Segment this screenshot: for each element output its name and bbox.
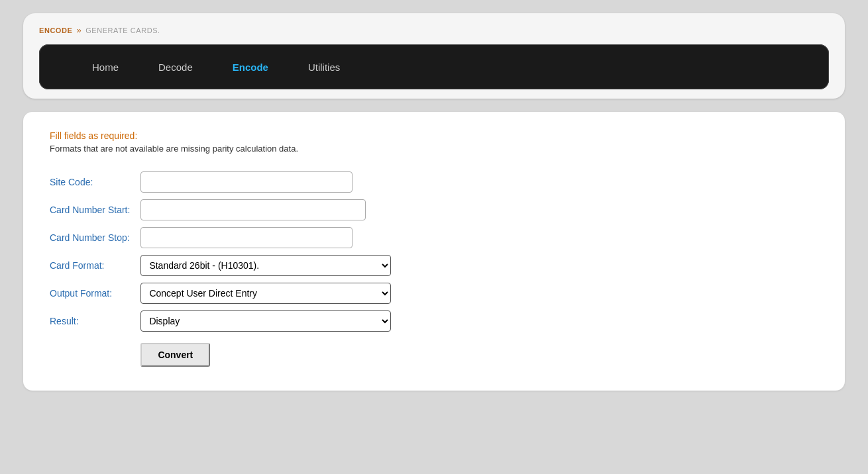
site-code-input[interactable] [140,171,353,193]
form-instructions: Fill fields as required: Formats that ar… [50,130,818,154]
form-card: Fill fields as required: Formats that ar… [23,112,845,391]
output-format-label: Output Format: [50,279,140,307]
site-code-label: Site Code: [50,168,140,196]
instruction-line1: Fill fields as required: [50,130,818,141]
output-format-cell: Concept User Direct Entry CSV Raw [140,279,391,307]
nav-item-decode[interactable]: Decode [158,56,193,78]
card-number-start-cell [140,196,391,224]
table-row-card-format: Card Format: Standard 26bit - (H10301). … [50,252,391,279]
breadcrumb-generate: GENERATE CARDS. [85,26,160,34]
card-number-stop-label: Card Number Stop: [50,224,140,252]
table-row-card-stop: Card Number Stop: [50,224,391,252]
result-cell: Display Download [140,307,391,335]
convert-spacer [50,335,140,367]
card-number-start-label: Card Number Start: [50,196,140,224]
card-format-select[interactable]: Standard 26bit - (H10301). 37bit - (H103… [140,255,391,276]
table-row-convert: Convert [50,335,391,367]
site-code-cell [140,168,391,196]
card-number-stop-cell [140,224,391,252]
card-format-label: Card Format: [50,252,140,279]
nav-bar: Home Decode Encode Utilities [39,44,829,89]
nav-item-utilities[interactable]: Utilities [308,56,340,78]
convert-button[interactable]: Convert [140,343,210,367]
convert-cell: Convert [140,335,391,367]
nav-item-encode[interactable]: Encode [233,56,268,78]
page-wrapper: ENCODE » GENERATE CARDS. Home Decode Enc… [23,13,845,391]
instruction-line2: Formats that are not available are missi… [50,144,818,154]
breadcrumb: ENCODE » GENERATE CARDS. [39,25,829,35]
breadcrumb-encode: ENCODE [39,26,72,34]
table-row-card-start: Card Number Start: [50,196,391,224]
card-number-stop-input[interactable] [140,227,353,248]
table-row-result: Result: Display Download [50,307,391,335]
card-format-cell: Standard 26bit - (H10301). 37bit - (H103… [140,252,391,279]
breadcrumb-chevron: » [76,25,81,35]
output-format-select[interactable]: Concept User Direct Entry CSV Raw [140,283,391,304]
nav-card: ENCODE » GENERATE CARDS. Home Decode Enc… [23,13,845,99]
nav-item-home[interactable]: Home [92,56,119,78]
form-table: Site Code: Card Number Start: Card Numbe… [50,168,391,367]
card-number-start-input[interactable] [140,199,366,220]
result-select[interactable]: Display Download [140,310,391,332]
nav-items: Home Decode Encode Utilities [52,56,816,78]
result-label: Result: [50,307,140,335]
table-row-output-format: Output Format: Concept User Direct Entry… [50,279,391,307]
table-row-site-code: Site Code: [50,168,391,196]
